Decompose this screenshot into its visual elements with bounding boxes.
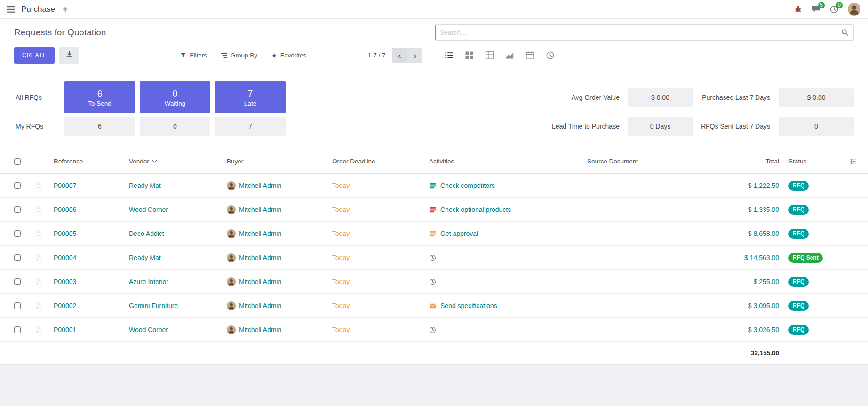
vendor-link[interactable]: Gemini Furniture	[124, 294, 222, 317]
app-name[interactable]: Purchase	[21, 5, 55, 14]
buyer-link[interactable]: Mitchell Admin	[239, 254, 281, 261]
table-row[interactable]: ☆ P00007 Ready Mat Mitchell Admin Today …	[0, 174, 868, 198]
rfqs-sent-last-7-days[interactable]: 0	[779, 117, 854, 136]
buyer-link[interactable]: Mitchell Admin	[239, 206, 281, 213]
favorite-star-icon[interactable]: ☆	[34, 253, 42, 262]
favorite-star-icon[interactable]: ☆	[34, 277, 42, 286]
header-order-deadline[interactable]: Order Deadline	[327, 149, 424, 173]
pager-next-button[interactable]: ›	[407, 48, 422, 63]
create-button[interactable]: CREATE	[14, 47, 55, 64]
reference-link[interactable]: P00001	[49, 318, 124, 341]
pager-previous-button[interactable]: ‹	[392, 48, 407, 63]
tile-waiting[interactable]: 0 Waiting	[140, 81, 210, 113]
my-waiting-tile[interactable]: 0	[140, 117, 210, 136]
activity-label[interactable]: Get approval	[440, 230, 478, 237]
reference-link[interactable]: P00006	[49, 198, 124, 221]
vendor-link[interactable]: Deco Addict	[124, 222, 222, 245]
table-row[interactable]: ☆ P00005 Deco Addict Mitchell Admin Toda…	[0, 222, 868, 246]
buyer-link[interactable]: Mitchell Admin	[239, 182, 281, 189]
favorite-star-icon[interactable]: ☆	[34, 325, 42, 334]
table-row[interactable]: ☆ P00001 Wood Corner Mitchell Admin Toda…	[0, 318, 868, 342]
search-icon[interactable]	[841, 29, 849, 36]
apps-menu-icon[interactable]	[7, 6, 15, 13]
group-by-button[interactable]: Group By	[221, 52, 257, 59]
activity-icon[interactable]	[429, 182, 436, 189]
header-source-document[interactable]: Source Document	[582, 149, 698, 173]
export-button[interactable]	[59, 47, 79, 64]
filters-button[interactable]: Filters	[180, 52, 207, 59]
lead-time-value[interactable]: 0 Days	[628, 117, 693, 136]
header-vendor[interactable]: Vendor	[124, 149, 222, 173]
search-input[interactable]	[440, 29, 841, 36]
buyer-link[interactable]: Mitchell Admin	[239, 230, 281, 237]
buyer-link[interactable]: Mitchell Admin	[239, 302, 281, 309]
vendor-link[interactable]: Wood Corner	[124, 318, 222, 341]
header-activities[interactable]: Activities	[424, 149, 582, 173]
activities-clock-icon[interactable]: 0	[830, 5, 838, 14]
header-vendor-label: Vendor	[129, 158, 149, 165]
activity-icon[interactable]	[429, 302, 436, 309]
activity-icon[interactable]	[429, 326, 436, 333]
view-activity-button[interactable]	[546, 51, 554, 59]
activity-icon[interactable]	[429, 206, 436, 213]
row-checkbox[interactable]	[14, 278, 21, 285]
table-row[interactable]: ☆ P00004 Ready Mat Mitchell Admin Today …	[0, 246, 868, 270]
favorite-star-icon[interactable]: ☆	[34, 229, 42, 238]
reference-link[interactable]: P00003	[49, 270, 124, 293]
vendor-link[interactable]: Azure Interior	[124, 270, 222, 293]
total-amount: $ 1,335.00	[698, 198, 784, 221]
table-row[interactable]: ☆ P00002 Gemini Furniture Mitchell Admin…	[0, 294, 868, 318]
avg-order-value[interactable]: $ 0.00	[628, 88, 693, 107]
header-reference[interactable]: Reference	[49, 149, 124, 173]
my-to-send-tile[interactable]: 6	[64, 117, 135, 136]
buyer-link[interactable]: Mitchell Admin	[239, 326, 281, 333]
row-checkbox[interactable]	[14, 230, 21, 237]
activity-icon[interactable]	[429, 230, 436, 237]
my-late-tile[interactable]: 7	[215, 117, 286, 136]
row-checkbox[interactable]	[14, 182, 21, 189]
messages-icon[interactable]: 5	[812, 5, 820, 13]
vendor-link[interactable]: Ready Mat	[124, 174, 222, 197]
view-kanban-button[interactable]	[465, 51, 473, 59]
row-checkbox[interactable]	[14, 254, 21, 261]
view-list-button[interactable]	[445, 51, 453, 59]
row-checkbox[interactable]	[14, 326, 21, 333]
search-bar[interactable]	[435, 24, 854, 41]
plus-icon[interactable]: +	[63, 5, 68, 14]
buyer-link[interactable]: Mitchell Admin	[239, 278, 281, 285]
favorites-button[interactable]: ★ Favorites	[271, 52, 306, 59]
optional-columns-toggle-icon[interactable]	[845, 149, 868, 173]
user-avatar[interactable]	[848, 3, 860, 16]
view-calendar-button[interactable]	[526, 51, 534, 59]
reference-link[interactable]: P00005	[49, 222, 124, 245]
purchased-last-7-days[interactable]: $ 0.00	[779, 88, 854, 107]
activity-label[interactable]: Check optional products	[440, 206, 511, 213]
favorite-star-icon[interactable]: ☆	[34, 181, 42, 190]
vendor-link[interactable]: Wood Corner	[124, 198, 222, 221]
header-total[interactable]: Total	[698, 149, 784, 173]
buyer-avatar	[227, 301, 236, 310]
activity-icon[interactable]	[429, 254, 436, 261]
view-pivot-button[interactable]	[486, 51, 494, 59]
header-status[interactable]: Status	[784, 149, 845, 173]
tile-late[interactable]: 7 Late	[215, 81, 286, 113]
status-badge: RFQ	[788, 181, 809, 191]
tile-to-send[interactable]: 6 To Send	[64, 81, 135, 113]
reference-link[interactable]: P00007	[49, 174, 124, 197]
table-row[interactable]: ☆ P00006 Wood Corner Mitchell Admin Toda…	[0, 198, 868, 222]
activity-icon[interactable]	[429, 278, 436, 285]
reference-link[interactable]: P00004	[49, 246, 124, 269]
vendor-link[interactable]: Ready Mat	[124, 246, 222, 269]
select-all-checkbox[interactable]	[14, 158, 21, 165]
view-graph-button[interactable]	[506, 51, 514, 59]
favorite-star-icon[interactable]: ☆	[34, 205, 42, 214]
header-buyer[interactable]: Buyer	[222, 149, 327, 173]
debug-bug-icon[interactable]	[794, 5, 802, 13]
reference-link[interactable]: P00002	[49, 294, 124, 317]
row-checkbox[interactable]	[14, 302, 21, 309]
row-checkbox[interactable]	[14, 206, 21, 213]
favorite-star-icon[interactable]: ☆	[34, 301, 42, 310]
activity-label[interactable]: Send specifications	[440, 302, 497, 309]
activity-label[interactable]: Check competitors	[440, 182, 495, 189]
table-row[interactable]: ☆ P00003 Azure Interior Mitchell Admin T…	[0, 270, 868, 294]
